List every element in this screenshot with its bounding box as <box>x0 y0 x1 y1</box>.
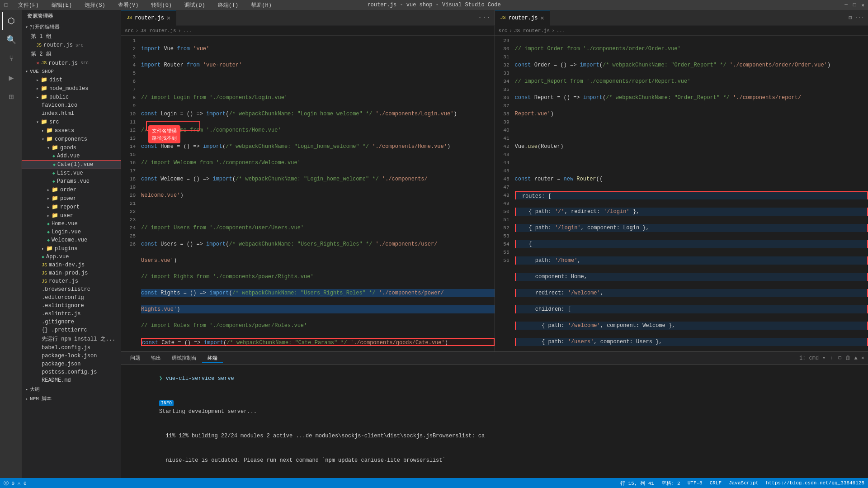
activity-explorer[interactable]: ⬡ <box>2 12 20 30</box>
blog-link[interactable]: https://blog.csdn.net/qq_33846125 <box>766 480 864 486</box>
editor-area: JS router.js ✕ ··· JS router.js ✕ ⊟ ··· <box>121 10 868 478</box>
file-main-prod[interactable]: JS main-prod.js <box>22 269 121 277</box>
split-editor-icon[interactable]: ⊟ <box>849 14 852 21</box>
file-gitignore[interactable]: .gitignore <box>22 318 121 326</box>
delete-terminal-icon[interactable]: 🗑 <box>845 355 851 361</box>
tab-terminal[interactable]: 终端 <box>202 354 223 363</box>
open-file-router-1[interactable]: JS router.js src <box>22 41 121 49</box>
file-eslintignore[interactable]: .eslintignore <box>22 302 121 310</box>
close-terminal-icon[interactable]: ✕ <box>861 355 864 361</box>
file-babel[interactable]: babel.config.js <box>22 344 121 352</box>
activity-git[interactable]: ⑂ <box>2 50 20 68</box>
menu-edit[interactable]: 编辑(E) <box>49 0 75 10</box>
group-1[interactable]: 第 1 组 <box>22 32 121 41</box>
section-open-editors[interactable]: ▾ 打开的编辑器 <box>22 22 121 32</box>
maximize-terminal-icon[interactable]: ▲ <box>854 355 858 361</box>
tab-router-js-right[interactable]: JS router.js ✕ <box>495 10 550 26</box>
menu-file[interactable]: 文件(F) <box>15 0 42 10</box>
folder-components[interactable]: ▾📁 components <box>22 135 121 143</box>
file-readme[interactable]: README.md <box>22 376 121 384</box>
tab-close-icon[interactable]: ✕ <box>167 14 170 22</box>
folder-order[interactable]: ▸📁 order <box>22 185 121 194</box>
folder-icon: 📁 <box>52 204 58 210</box>
activity-debug[interactable]: ▶ <box>2 69 20 87</box>
folder-src[interactable]: ▾📁 src <box>22 118 121 126</box>
file-main-dev[interactable]: JS main-dev.js <box>22 261 121 269</box>
menu-terminal[interactable]: 终端(T) <box>215 0 241 10</box>
folder-goods[interactable]: ▾📁 goods <box>22 143 121 152</box>
file-cate-vue[interactable]: ◆ Cate(1).vue <box>22 160 121 169</box>
tab-output[interactable]: 输出 <box>146 354 166 362</box>
folder-node-modules[interactable]: ▸📁 node_modules <box>22 84 121 93</box>
right-code-editor[interactable]: 29 30 31 32 33 34 35 36 37 38 39 40 41 4… <box>495 36 868 351</box>
minimize-button[interactable]: ─ <box>844 2 848 8</box>
vue-icon: ◆ <box>52 171 55 176</box>
tab-problems[interactable]: 问题 <box>125 354 146 362</box>
file-welcome-vue[interactable]: ◆ Welcome.vue <box>22 236 121 244</box>
editor-more-actions[interactable]: ··· <box>474 14 495 22</box>
file-login-vue[interactable]: ◆ Login.vue <box>22 228 121 236</box>
file-package[interactable]: package.json <box>22 360 121 368</box>
folder-public[interactable]: ▸📁 public <box>22 93 121 101</box>
tab-close-right-icon[interactable]: ✕ <box>540 14 544 22</box>
folder-power[interactable]: ▸📁 power <box>22 194 121 203</box>
activity-search[interactable]: 🔍 <box>2 31 20 49</box>
activity-extensions[interactable]: ⊞ <box>2 88 20 106</box>
file-index-html[interactable]: index.html <box>22 109 121 118</box>
folder-icon: 📁 <box>52 212 58 219</box>
app-logo: ⬡ <box>4 2 8 9</box>
file-eslintrc[interactable]: .eslintrc.js <box>22 310 121 318</box>
menu-select[interactable]: 选择(S) <box>82 0 108 10</box>
tab-label-right: router.js <box>509 15 538 21</box>
menu-debug[interactable]: 调试(D) <box>182 0 208 10</box>
open-file-router-2[interactable]: ✕ JS router.js src <box>22 59 121 67</box>
folder-icon: 📁 <box>41 85 47 92</box>
split-terminal-icon[interactable]: ⊟ <box>838 355 841 361</box>
folder-icon: 📁 <box>46 245 53 252</box>
file-browserslistrc[interactable]: .browserslistrc <box>22 285 121 294</box>
tab-router-js-left[interactable]: JS router.js ✕ <box>121 10 176 26</box>
git-status[interactable]: ⓪ 0 △ 0 <box>4 480 27 487</box>
new-terminal-icon[interactable]: ＋ <box>829 354 835 362</box>
file-router-js[interactable]: JS router.js <box>22 277 121 285</box>
file-home-vue[interactable]: ◆ Home.vue <box>22 220 121 228</box>
menu-bar: ⬡ 文件(F) 编辑(E) 选择(S) 查看(V) 转到(G) 调试(D) 终端… <box>4 0 274 10</box>
file-app-vue[interactable]: ◆ App.vue <box>22 253 121 261</box>
session-dropdown[interactable]: ▾ <box>822 355 826 361</box>
js-icon: JS <box>42 263 47 268</box>
left-code-editor[interactable]: 1 2 3 4 5 6 7 8 9 10 11 12 13 14 <box>121 36 495 351</box>
menu-view[interactable]: 查看(V) <box>115 0 142 10</box>
file-prettierrc[interactable]: {} .prettierrc <box>22 326 121 334</box>
folder-dist[interactable]: ▸📁 dist <box>22 76 121 84</box>
folder-plugins[interactable]: ▸📁 plugins <box>22 244 121 253</box>
group-2[interactable]: 第 2 组 <box>22 49 121 59</box>
file-editorconfig[interactable]: .editorconfig <box>22 294 121 302</box>
file-npm-install[interactable]: 先运行 npm install 之... <box>22 334 121 344</box>
maximize-button[interactable]: □ <box>853 2 856 8</box>
section-outline[interactable]: ▸大纲 <box>22 384 121 394</box>
close-icon[interactable]: ✕ <box>36 60 39 66</box>
folder-report[interactable]: ▸📁 report <box>22 203 121 211</box>
folder-assets[interactable]: ▸📁 assets <box>22 126 121 135</box>
vue-icon: ◆ <box>47 229 50 235</box>
left-editor-pane: src › JS router.js › ... 1 2 3 4 5 6 7 <box>121 26 495 351</box>
menu-help[interactable]: 帮助(H) <box>248 0 274 10</box>
terminal-prompt: ❯ vue-cli-service serve <box>127 366 863 391</box>
terminal-content[interactable]: ❯ vue-cli-service serve INFO Starting de… <box>121 365 868 478</box>
close-button[interactable]: ✕ <box>861 2 864 8</box>
section-npm[interactable]: ▸NPM 脚本 <box>22 394 121 403</box>
language-mode[interactable]: JavaScript <box>729 480 759 486</box>
menu-goto[interactable]: 转到(G) <box>148 0 175 10</box>
file-params-vue[interactable]: ◆ Params.vue <box>22 177 121 185</box>
tab-debug-console[interactable]: 调试控制台 <box>166 354 202 362</box>
folder-user[interactable]: ▸📁 user <box>22 211 121 220</box>
more-actions-icon[interactable]: ··· <box>854 14 864 21</box>
file-favicon[interactable]: favicon.ico <box>22 101 121 109</box>
section-vue-shop[interactable]: ▾ VUE_SHOP <box>22 67 121 76</box>
info-badge: INFO <box>159 400 174 406</box>
file-postcss[interactable]: postcss.config.js <box>22 368 121 376</box>
vue-icon: ◆ <box>52 179 55 184</box>
file-list-vue[interactable]: ◆ List.vue <box>22 169 121 177</box>
file-package-lock[interactable]: package-lock.json <box>22 352 121 360</box>
file-add-vue[interactable]: ◆ Add.vue <box>22 152 121 160</box>
